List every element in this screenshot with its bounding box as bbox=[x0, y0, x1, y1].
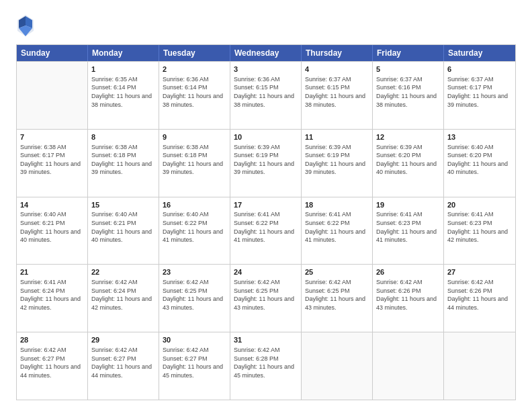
cell-info: Sunrise: 6:41 AM Sunset: 6:23 PM Dayligh… bbox=[447, 210, 512, 244]
day-number: 7 bbox=[20, 132, 84, 142]
header-day-thursday: Thursday bbox=[302, 45, 373, 61]
day-number: 18 bbox=[305, 200, 369, 210]
calendar-row: 28 Sunrise: 6:42 AM Sunset: 6:27 PM Dayl… bbox=[17, 332, 515, 400]
calendar-cell bbox=[17, 62, 88, 129]
calendar-row: 7 Sunrise: 6:38 AM Sunset: 6:17 PM Dayli… bbox=[17, 129, 515, 197]
day-number: 25 bbox=[305, 267, 369, 277]
calendar-cell: 31 Sunrise: 6:42 AM Sunset: 6:28 PM Dayl… bbox=[230, 332, 302, 400]
calendar-header: SundayMondayTuesdayWednesdayThursdayFrid… bbox=[17, 45, 515, 61]
day-number: 13 bbox=[447, 132, 512, 142]
cell-info: Sunrise: 6:39 AM Sunset: 6:19 PM Dayligh… bbox=[305, 143, 369, 177]
cell-info: Sunrise: 6:42 AM Sunset: 6:25 PM Dayligh… bbox=[234, 278, 298, 312]
day-number: 1 bbox=[91, 64, 155, 75]
cell-info: Sunrise: 6:40 AM Sunset: 6:20 PM Dayligh… bbox=[447, 143, 512, 177]
day-number: 17 bbox=[234, 200, 298, 210]
day-number: 10 bbox=[234, 132, 298, 142]
day-number: 31 bbox=[234, 335, 298, 345]
day-number: 6 bbox=[447, 64, 512, 75]
cell-info: Sunrise: 6:37 AM Sunset: 6:15 PM Dayligh… bbox=[305, 75, 369, 109]
header-day-sunday: Sunday bbox=[17, 45, 88, 61]
cell-info: Sunrise: 6:40 AM Sunset: 6:21 PM Dayligh… bbox=[20, 210, 84, 244]
calendar-cell: 19 Sunrise: 6:41 AM Sunset: 6:23 PM Dayl… bbox=[373, 197, 444, 265]
calendar-cell: 26 Sunrise: 6:42 AM Sunset: 6:26 PM Dayl… bbox=[373, 265, 444, 332]
cell-info: Sunrise: 6:36 AM Sunset: 6:15 PM Dayligh… bbox=[234, 75, 298, 109]
day-number: 15 bbox=[91, 200, 155, 210]
calendar-row: 21 Sunrise: 6:41 AM Sunset: 6:24 PM Dayl… bbox=[17, 264, 515, 332]
cell-info: Sunrise: 6:42 AM Sunset: 6:26 PM Dayligh… bbox=[447, 278, 512, 312]
calendar-cell: 14 Sunrise: 6:40 AM Sunset: 6:21 PM Dayl… bbox=[17, 197, 88, 265]
day-number: 11 bbox=[305, 132, 369, 142]
cell-info: Sunrise: 6:41 AM Sunset: 6:24 PM Dayligh… bbox=[20, 278, 84, 312]
day-number: 9 bbox=[163, 132, 226, 142]
cell-info: Sunrise: 6:38 AM Sunset: 6:17 PM Dayligh… bbox=[20, 143, 84, 177]
cell-info: Sunrise: 6:40 AM Sunset: 6:22 PM Dayligh… bbox=[163, 210, 226, 244]
calendar-cell: 6 Sunrise: 6:37 AM Sunset: 6:17 PM Dayli… bbox=[444, 62, 515, 129]
cell-info: Sunrise: 6:37 AM Sunset: 6:17 PM Dayligh… bbox=[447, 75, 512, 109]
day-number: 20 bbox=[447, 200, 512, 210]
cell-info: Sunrise: 6:42 AM Sunset: 6:25 PM Dayligh… bbox=[163, 278, 226, 312]
calendar-cell: 9 Sunrise: 6:38 AM Sunset: 6:18 PM Dayli… bbox=[159, 130, 230, 197]
day-number: 16 bbox=[163, 200, 226, 210]
logo bbox=[16, 13, 38, 38]
cell-info: Sunrise: 6:42 AM Sunset: 6:26 PM Dayligh… bbox=[376, 278, 440, 312]
header-day-saturday: Saturday bbox=[444, 45, 515, 61]
cell-info: Sunrise: 6:41 AM Sunset: 6:23 PM Dayligh… bbox=[376, 210, 440, 244]
day-number: 29 bbox=[91, 335, 155, 345]
cell-info: Sunrise: 6:37 AM Sunset: 6:16 PM Dayligh… bbox=[376, 75, 440, 109]
logo-icon bbox=[16, 13, 35, 38]
cell-info: Sunrise: 6:38 AM Sunset: 6:18 PM Dayligh… bbox=[163, 143, 226, 177]
day-number: 5 bbox=[376, 64, 440, 75]
calendar-cell: 12 Sunrise: 6:39 AM Sunset: 6:20 PM Dayl… bbox=[373, 130, 444, 197]
calendar-cell: 11 Sunrise: 6:39 AM Sunset: 6:19 PM Dayl… bbox=[302, 130, 373, 197]
calendar-cell: 10 Sunrise: 6:39 AM Sunset: 6:19 PM Dayl… bbox=[230, 130, 302, 197]
calendar-cell: 20 Sunrise: 6:41 AM Sunset: 6:23 PM Dayl… bbox=[444, 197, 515, 265]
day-number: 28 bbox=[20, 335, 84, 345]
day-number: 3 bbox=[234, 64, 298, 75]
calendar-cell: 29 Sunrise: 6:42 AM Sunset: 6:27 PM Dayl… bbox=[88, 332, 159, 400]
cell-info: Sunrise: 6:39 AM Sunset: 6:20 PM Dayligh… bbox=[376, 143, 440, 177]
calendar-cell: 16 Sunrise: 6:40 AM Sunset: 6:22 PM Dayl… bbox=[159, 197, 230, 265]
header-day-friday: Friday bbox=[373, 45, 444, 61]
calendar-cell: 21 Sunrise: 6:41 AM Sunset: 6:24 PM Dayl… bbox=[17, 265, 88, 332]
day-number: 27 bbox=[447, 267, 512, 277]
cell-info: Sunrise: 6:42 AM Sunset: 6:28 PM Dayligh… bbox=[234, 346, 298, 379]
day-number: 19 bbox=[376, 200, 440, 210]
calendar-body: 1 Sunrise: 6:35 AM Sunset: 6:14 PM Dayli… bbox=[17, 61, 515, 400]
cell-info: Sunrise: 6:39 AM Sunset: 6:19 PM Dayligh… bbox=[234, 143, 298, 177]
calendar-cell: 2 Sunrise: 6:36 AM Sunset: 6:14 PM Dayli… bbox=[159, 62, 230, 129]
page: SundayMondayTuesdayWednesdayThursdayFrid… bbox=[0, 0, 532, 411]
calendar-cell: 13 Sunrise: 6:40 AM Sunset: 6:20 PM Dayl… bbox=[444, 130, 515, 197]
calendar-cell bbox=[373, 332, 444, 400]
calendar-cell: 23 Sunrise: 6:42 AM Sunset: 6:25 PM Dayl… bbox=[159, 265, 230, 332]
cell-info: Sunrise: 6:40 AM Sunset: 6:21 PM Dayligh… bbox=[91, 210, 155, 244]
calendar-cell: 25 Sunrise: 6:42 AM Sunset: 6:25 PM Dayl… bbox=[302, 265, 373, 332]
calendar-cell bbox=[444, 332, 515, 400]
calendar-cell: 7 Sunrise: 6:38 AM Sunset: 6:17 PM Dayli… bbox=[17, 130, 88, 197]
cell-info: Sunrise: 6:35 AM Sunset: 6:14 PM Dayligh… bbox=[91, 75, 155, 109]
header-day-tuesday: Tuesday bbox=[159, 45, 230, 61]
calendar-row: 14 Sunrise: 6:40 AM Sunset: 6:21 PM Dayl… bbox=[17, 197, 515, 265]
day-number: 4 bbox=[305, 64, 369, 75]
calendar-cell: 15 Sunrise: 6:40 AM Sunset: 6:21 PM Dayl… bbox=[88, 197, 159, 265]
day-number: 8 bbox=[91, 132, 155, 142]
calendar-cell: 30 Sunrise: 6:42 AM Sunset: 6:27 PM Dayl… bbox=[159, 332, 230, 400]
day-number: 22 bbox=[91, 267, 155, 277]
calendar-cell: 4 Sunrise: 6:37 AM Sunset: 6:15 PM Dayli… bbox=[302, 62, 373, 129]
calendar-cell: 17 Sunrise: 6:41 AM Sunset: 6:22 PM Dayl… bbox=[230, 197, 302, 265]
calendar-cell: 3 Sunrise: 6:36 AM Sunset: 6:15 PM Dayli… bbox=[230, 62, 302, 129]
day-number: 12 bbox=[376, 132, 440, 142]
calendar-cell: 22 Sunrise: 6:42 AM Sunset: 6:24 PM Dayl… bbox=[88, 265, 159, 332]
cell-info: Sunrise: 6:36 AM Sunset: 6:14 PM Dayligh… bbox=[163, 75, 226, 109]
calendar-cell: 18 Sunrise: 6:41 AM Sunset: 6:22 PM Dayl… bbox=[302, 197, 373, 265]
day-number: 14 bbox=[20, 200, 84, 210]
calendar-cell: 5 Sunrise: 6:37 AM Sunset: 6:16 PM Dayli… bbox=[373, 62, 444, 129]
day-number: 23 bbox=[163, 267, 226, 277]
calendar-cell: 8 Sunrise: 6:38 AM Sunset: 6:18 PM Dayli… bbox=[88, 130, 159, 197]
calendar-cell: 1 Sunrise: 6:35 AM Sunset: 6:14 PM Dayli… bbox=[88, 62, 159, 129]
cell-info: Sunrise: 6:42 AM Sunset: 6:25 PM Dayligh… bbox=[305, 278, 369, 312]
calendar-cell bbox=[302, 332, 373, 400]
header bbox=[16, 13, 516, 38]
cell-info: Sunrise: 6:41 AM Sunset: 6:22 PM Dayligh… bbox=[234, 210, 298, 244]
day-number: 21 bbox=[20, 267, 84, 277]
calendar: SundayMondayTuesdayWednesdayThursdayFrid… bbox=[16, 44, 516, 400]
